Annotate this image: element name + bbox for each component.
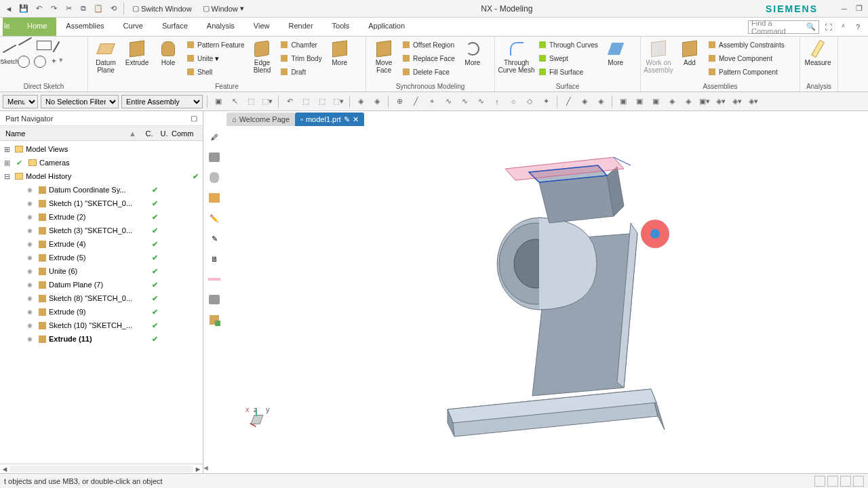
visibility-icon[interactable]: ◉ xyxy=(27,281,35,288)
draft-button[interactable]: Draft xyxy=(278,65,323,79)
tree-history-item[interactable]: ◉Extrude (5)✔ xyxy=(0,251,203,264)
tree-history-item[interactable]: ◉Sketch (10) "SKETCH_...✔ xyxy=(0,319,203,332)
snap-icon[interactable]: ∿ xyxy=(474,95,488,108)
undo-icon[interactable]: ↶ xyxy=(33,3,45,15)
snap-icon[interactable]: ╱ xyxy=(561,95,575,108)
plus-icon[interactable]: ＋ xyxy=(50,56,58,68)
switch-window-button[interactable]: ▢ Switch Window xyxy=(128,3,196,14)
surface-more-button[interactable]: More xyxy=(601,38,631,68)
selbar-icon[interactable]: ⬚ xyxy=(315,95,329,108)
save-icon[interactable]: 💾 xyxy=(18,3,30,15)
offset-region-button[interactable]: Offset Region xyxy=(400,38,456,52)
tree-history[interactable]: Model History xyxy=(26,172,188,180)
pencil-icon[interactable]: ✎ xyxy=(206,230,222,247)
restore-icon[interactable]: ❐ xyxy=(853,3,865,15)
expand-icon[interactable]: ⊞ xyxy=(4,159,12,167)
visibility-icon[interactable]: ◉ xyxy=(27,214,35,220)
tab-assemblies[interactable]: Assemblies xyxy=(56,18,113,36)
tree-history-item[interactable]: ◉Sketch (3) "SKETCH_0...✔ xyxy=(0,224,203,237)
status-icon[interactable] xyxy=(853,476,864,487)
minimize-icon[interactable]: ─ xyxy=(838,3,850,15)
tree-history-item[interactable]: ◉Datum Plane (7)✔ xyxy=(0,278,203,291)
datum-plane-button[interactable]: Datum Plane xyxy=(91,38,121,75)
expand-icon[interactable]: ⊞ xyxy=(4,145,12,154)
nx-menu-icon[interactable]: ◄ xyxy=(3,3,15,15)
pattern-component-button[interactable]: Pattern Component xyxy=(706,65,786,79)
layer-icon[interactable] xyxy=(206,291,222,308)
col-name[interactable]: Name xyxy=(5,129,129,138)
view-icon[interactable]: ◈ xyxy=(682,95,695,108)
visibility-icon[interactable]: ◉ xyxy=(27,268,35,274)
view-icon[interactable]: ◈▾ xyxy=(730,95,744,108)
measure-button[interactable]: Measure xyxy=(803,38,833,68)
shell-button[interactable]: Shell xyxy=(184,65,245,79)
col-c[interactable]: C. xyxy=(142,129,157,138)
tree-history-item[interactable]: ◉Datum Coordinate Sy...✔ xyxy=(0,183,203,197)
tab-render[interactable]: Render xyxy=(279,18,322,36)
navigator-hscroll[interactable]: ◄ ► xyxy=(0,464,203,473)
help-icon[interactable]: ? xyxy=(852,21,864,33)
sync-more-button[interactable]: More xyxy=(458,38,488,68)
snap-icon[interactable]: ◈ xyxy=(578,95,591,108)
through-curve-mesh-button[interactable]: Through Curve Mesh xyxy=(498,38,535,75)
tab-model1[interactable]: ▫model1.prt ✎ ✕ xyxy=(295,113,364,126)
tab-view[interactable]: View xyxy=(244,18,279,36)
chamfer-button[interactable]: Chamfer xyxy=(278,38,323,52)
minimize-ribbon-icon[interactable]: ＾ xyxy=(837,21,849,33)
edge-blend-button[interactable]: Edge Blend xyxy=(247,38,277,75)
cylinder-icon[interactable] xyxy=(206,169,222,186)
solid-icon[interactable] xyxy=(206,149,222,165)
add-button[interactable]: Add xyxy=(675,38,705,68)
tab-file[interactable]: le xyxy=(3,18,18,36)
feature-more-button[interactable]: More xyxy=(325,38,355,68)
work-on-assembly-button[interactable]: Work on Assembly xyxy=(644,38,673,75)
touchmode-icon[interactable]: ⟲ xyxy=(107,3,119,15)
through-curves-button[interactable]: Through Curves xyxy=(536,38,599,52)
tree-history-item[interactable]: ◉Extrude (9)✔ xyxy=(0,305,203,319)
move-component-button[interactable]: Move Component xyxy=(706,52,786,65)
tree-history-item[interactable]: ◉Sketch (8) "SKETCH_0...✔ xyxy=(0,291,203,305)
delete-face-button[interactable]: Delete Face xyxy=(400,65,456,79)
selection-filter-dropdown[interactable]: No Selection Filter xyxy=(41,95,119,108)
tree-history-item[interactable]: ◉Unite (6)✔ xyxy=(0,264,203,278)
rectangle-icon[interactable] xyxy=(37,41,52,50)
fill-surface-button[interactable]: Fill Surface xyxy=(536,65,599,79)
snap-icon[interactable]: ◈ xyxy=(594,95,608,108)
visibility-icon[interactable]: ◉ xyxy=(27,336,35,342)
find-command-input[interactable]: Find a Command🔍 xyxy=(748,20,819,34)
fullscreen-icon[interactable]: ⛶ xyxy=(822,21,834,33)
hole-button[interactable]: Hole xyxy=(153,38,183,68)
line-icon[interactable] xyxy=(18,37,32,46)
menu-dropdown[interactable]: Menu xyxy=(3,95,38,108)
circle-icon[interactable] xyxy=(18,56,30,68)
tab-surface[interactable]: Surface xyxy=(153,18,197,36)
view-icon[interactable]: ▣ xyxy=(633,95,646,108)
scroll-left-icon[interactable]: ◄ xyxy=(0,465,9,473)
tree-history-item[interactable]: ◉Extrude (4)✔ xyxy=(0,237,203,251)
sketch-button[interactable]: Sketch xyxy=(3,38,16,67)
navigator-tree[interactable]: ⊞Model Views ⊞✔Cameras ⊟Model History✔ ◉… xyxy=(0,141,203,464)
view-icon[interactable]: ◈▾ xyxy=(747,95,760,108)
tree-cameras[interactable]: Cameras xyxy=(39,159,203,167)
tree-history-item[interactable]: ◉Sketch (1) "SKETCH_0...✔ xyxy=(0,197,203,210)
col-comm[interactable]: Comm xyxy=(172,129,197,138)
visibility-icon[interactable]: ◉ xyxy=(27,227,35,234)
col-u[interactable]: U. xyxy=(157,129,172,138)
snap-curve-icon[interactable]: ∿ xyxy=(441,95,455,108)
visibility-icon[interactable]: ◉ xyxy=(27,186,35,193)
snap-mid-icon[interactable]: ⌖ xyxy=(425,95,439,108)
copy-icon[interactable]: ⧉ xyxy=(77,3,90,15)
selbar-icon[interactable]: ◈ xyxy=(370,95,384,108)
assembly-icon[interactable] xyxy=(206,312,222,328)
sheet-icon[interactable] xyxy=(206,271,222,287)
close-tab-icon[interactable]: ✕ xyxy=(353,115,359,124)
tab-application[interactable]: Application xyxy=(359,18,414,36)
tab-analysis[interactable]: Analysis xyxy=(197,18,244,36)
snap-icon[interactable]: ∿ xyxy=(458,95,471,108)
trim-body-button[interactable]: Trim Body xyxy=(278,52,323,65)
block-icon[interactable] xyxy=(206,190,222,206)
view-icon[interactable]: ▣▾ xyxy=(698,95,711,108)
selbar-icon[interactable]: ▣ xyxy=(212,95,225,108)
visibility-icon[interactable]: ◉ xyxy=(27,322,35,329)
view-triad[interactable]: z y x xyxy=(244,405,271,432)
